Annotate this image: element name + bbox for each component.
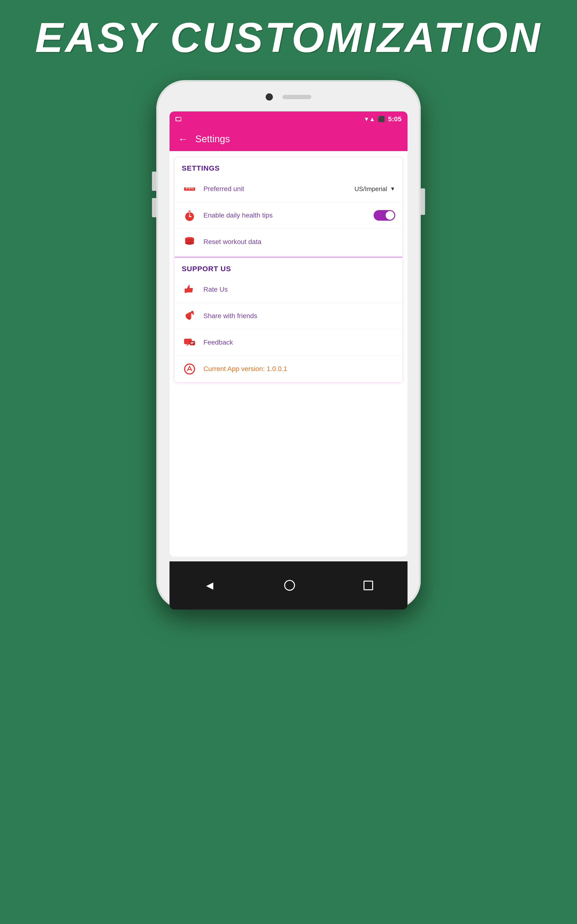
database-icon [182,234,197,250]
svg-rect-8 [189,212,190,213]
battery-icon: ⬛ [378,116,385,123]
stopwatch-icon [182,208,197,223]
toolbar-title: Settings [195,134,230,144]
thumbsup-icon [182,282,197,297]
nav-back-icon: ◄ [204,578,216,593]
dropdown-arrow-icon: ▼ [390,186,395,192]
app-version-label: Current App version: 1.0.0.1 [203,365,395,373]
wifi-icon: ▼▲ [364,116,375,123]
svg-rect-7 [189,210,191,212]
nav-recent-icon [364,581,373,590]
support-section-header: SUPPORT US [174,257,403,276]
nav-home-icon [284,580,295,591]
nav-home-button[interactable] [284,580,295,591]
ruler-icon [182,181,197,197]
nav-recent-button[interactable] [364,581,373,590]
share-icon [182,308,197,324]
app-toolbar: ← Settings [169,127,408,151]
sim-icon [176,117,181,121]
settings-card: SETTINGS [174,157,403,382]
reset-workout-label: Reset workout data [203,238,395,246]
phone-nav-bar: ◄ [169,561,408,609]
status-time: 5:05 [388,115,401,123]
back-button[interactable]: ← [178,133,188,145]
svg-point-16 [185,241,194,245]
vol-up-button[interactable] [152,171,156,191]
feedback-label: Feedback [203,339,395,346]
status-left [176,117,181,121]
svg-marker-20 [186,344,189,346]
daily-health-tips-item[interactable]: Enable daily health tips [174,202,403,229]
feedback-item[interactable]: Feedback [174,330,403,356]
feedback-icon [182,335,197,351]
camera [266,94,273,100]
phone-top-bar [266,94,311,100]
vol-down-button[interactable] [152,198,156,217]
volume-buttons [152,171,156,217]
phone-screen: ▼▲ ⬛ 5:05 ← Settings SETTINGS [169,111,408,557]
status-bar: ▼▲ ⬛ 5:05 [169,111,408,127]
reset-workout-item[interactable]: Reset workout data [174,229,403,255]
preferred-unit-label: Preferred unit [203,185,355,193]
health-tips-toggle[interactable] [374,210,395,221]
speaker [282,95,311,99]
headline: EASY CUSTOMIZATION [26,15,551,61]
svg-rect-17 [185,288,187,292]
svg-point-18 [191,311,193,313]
app-version-item: Current App version: 1.0.0.1 [174,356,403,382]
power-button[interactable] [421,188,425,215]
preferred-unit-item[interactable]: Preferred unit US/Imperial ▼ [174,176,403,202]
settings-section-header: SETTINGS [174,157,403,176]
svg-point-11 [189,216,190,217]
preferred-unit-dropdown[interactable]: US/Imperial ▼ [355,185,395,193]
daily-health-tips-label: Enable daily health tips [203,212,374,219]
share-friends-item[interactable]: Share with friends [174,303,403,330]
phone-container: ▼▲ ⬛ 5:05 ← Settings SETTINGS [156,80,421,609]
status-right: ▼▲ ⬛ 5:05 [364,115,401,123]
phone-shell: ▼▲ ⬛ 5:05 ← Settings SETTINGS [156,80,421,609]
content-area: SETTINGS [169,151,408,557]
rate-us-item[interactable]: Rate Us [174,276,403,303]
appstore-icon [182,361,197,377]
rate-us-label: Rate Us [203,286,395,293]
svg-rect-21 [190,341,195,345]
share-friends-label: Share with friends [203,312,395,320]
nav-back-button[interactable]: ◄ [204,578,216,593]
dropdown-value: US/Imperial [355,185,387,193]
